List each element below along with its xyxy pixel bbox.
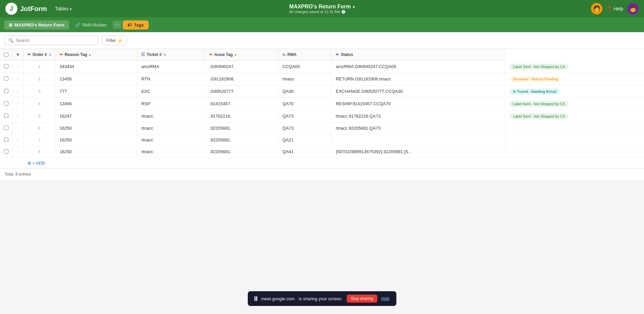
row-rma: rtnacc.92205681.QA73: [331, 122, 505, 134]
logo: J JotForm: [5, 3, 47, 15]
row-checkbox-cell[interactable]: [0, 110, 13, 122]
row-rma: RETURN.G91162908.rtnacc: [331, 73, 505, 85]
tab-tags[interactable]: 🏷 Tags: [123, 20, 148, 29]
row-star-cell[interactable]: ☆: [13, 73, 23, 85]
form-title: MAXPRO's Return Form: [289, 4, 355, 10]
row-reason: rtnacc: [137, 122, 205, 134]
tab-tags-label: Tags: [134, 22, 144, 27]
data-table-container: ▾ ✏ Order # ⇅ ✏ Reason Tag ●: [0, 49, 644, 168]
row-ticket: .92205681.: [205, 134, 278, 146]
col-header-rma[interactable]: fx RMA: [278, 49, 332, 61]
row-checkbox-cell[interactable]: [0, 146, 13, 158]
row-checkbox[interactable]: [4, 114, 8, 118]
row-ticket: .G91162908.: [205, 73, 278, 85]
filter-label: Filter: [106, 38, 116, 43]
row-star-cell[interactable]: ☆: [13, 146, 23, 158]
status-badge: Label Sent - Not Shipped by CX: [509, 101, 569, 107]
clock-icon: 🕐: [341, 10, 346, 14]
link-icon: 🔗: [75, 22, 80, 27]
row-status: In Transit - Awaiting Arrival: [505, 85, 644, 98]
col-header-order[interactable]: ✏ Order # ⇅: [23, 49, 56, 61]
search-icon: 🔍: [8, 38, 14, 43]
data-table: ▾ ✏ Order # ⇅ ✏ Reason Tag ●: [0, 49, 644, 168]
add-row-button[interactable]: ⊕ + ADD: [28, 161, 45, 166]
row-star-cell[interactable]: ☆: [13, 134, 23, 146]
row-checkbox[interactable]: [4, 89, 8, 93]
table-row: ☆ 5 16247 rtnacc .91782216. QA73 rtnacc.…: [0, 110, 644, 122]
row-checkbox[interactable]: [4, 137, 8, 142]
table-row: ☆ 4 13456 RSP .91415457. QA70 RESHIP.914…: [0, 98, 644, 110]
row-star-cell[interactable]: ☆: [13, 110, 23, 122]
row-order: 16250: [55, 134, 137, 146]
row-checkbox-cell[interactable]: [0, 73, 13, 85]
row-checkbox[interactable]: [4, 101, 8, 106]
row-star-cell[interactable]: ☆: [13, 122, 23, 134]
search-input[interactable]: [16, 38, 95, 43]
row-order: 343434: [55, 61, 137, 73]
row-rma: RESHIP.91415457.CCQA70: [331, 98, 505, 110]
tab-return-form[interactable]: ⊞ MAXPRO's Return Form: [4, 20, 69, 29]
issue-col-icon: ✏: [209, 52, 213, 57]
row-rma: EXCHANGE.G90520777.CCQA30: [331, 85, 505, 98]
row-issue: QA30: [278, 85, 332, 98]
row-status: Received - Refund Pending: [505, 73, 644, 85]
row-checkbox[interactable]: [4, 149, 8, 153]
row-checkbox-cell[interactable]: [0, 61, 13, 73]
search-box[interactable]: 🔍: [5, 36, 99, 45]
tab-rma-builder[interactable]: 🔗 RMA Builder: [70, 20, 111, 29]
nav-right: 🧑 ❓ Help 🧒: [591, 3, 639, 14]
row-order: 13456: [55, 98, 137, 110]
col-header-reason[interactable]: ✏ Reason Tag ●: [55, 49, 137, 61]
row-checkbox[interactable]: [4, 64, 8, 68]
tables-menu-button[interactable]: Tables: [52, 5, 74, 13]
select-all-checkbox[interactable]: [4, 53, 8, 57]
avatar-user[interactable]: 🧑: [591, 3, 602, 14]
row-status: Label Sent - Not Shipped by CX: [505, 110, 644, 122]
top-navbar: J JotForm Tables MAXPRO's Return Form Al…: [0, 0, 644, 17]
filter-icon: ⚡: [117, 38, 123, 43]
order-col-icon: ✏: [28, 52, 31, 57]
row-ticket: .92205681.: [205, 122, 278, 134]
form-title-area: MAXPRO's Return Form All changes saved a…: [289, 4, 355, 14]
tab-more-button[interactable]: ⋯: [113, 21, 121, 29]
col-header-ticket[interactable]: ☰ Ticket # ⇅: [137, 49, 205, 61]
row-order: 16250: [55, 146, 137, 158]
form-title-chevron-icon[interactable]: [353, 4, 355, 10]
row-rma: amzRMA.G90940247.CCQA05: [331, 61, 505, 73]
row-ticket: .G90940247.: [205, 61, 278, 73]
row-star-cell[interactable]: ☆: [13, 61, 23, 73]
status-col-icon: ✏: [336, 52, 339, 57]
row-issue: QA73: [278, 110, 332, 122]
row-checkbox-cell[interactable]: [0, 98, 13, 110]
tab-return-form-label: MAXPRO's Return Form: [14, 22, 64, 27]
checkbox-header[interactable]: [0, 49, 13, 61]
issue-tag-indicator: ●: [234, 53, 236, 57]
row-star-cell[interactable]: ☆: [13, 85, 23, 98]
row-number: 7: [23, 134, 56, 146]
row-checkbox[interactable]: [4, 126, 8, 130]
col-header-status[interactable]: ✏ Status: [331, 49, 505, 61]
filter-button[interactable]: Filter ⚡: [102, 36, 127, 45]
avatar-account[interactable]: 🧒: [627, 3, 639, 14]
row-ticket: .91415457.: [205, 98, 278, 110]
row-ticket: .G90520777.: [205, 85, 278, 98]
row-checkbox[interactable]: [4, 76, 8, 81]
row-order: 13456: [55, 73, 137, 85]
row-order: 16247: [55, 110, 137, 122]
row-checkbox-cell[interactable]: [0, 85, 13, 98]
help-button[interactable]: ❓ Help: [606, 6, 623, 11]
status-badge: In Transit - Awaiting Arrival: [509, 88, 559, 95]
row-number: 4: [23, 98, 56, 110]
status-badge: Label Sent - Not Shipped by CX: [509, 113, 569, 119]
row-checkbox-cell[interactable]: [0, 122, 13, 134]
row-rma: rtnacc.91782216.QA73: [331, 110, 505, 122]
col-header-issue[interactable]: ✏ Issue Tag ●: [205, 49, 278, 61]
help-icon: ❓: [606, 6, 612, 11]
row-star-cell[interactable]: ☆: [13, 98, 23, 110]
row-status: [505, 134, 644, 146]
sort-header[interactable]: ▾: [13, 49, 23, 61]
row-checkbox-cell[interactable]: [0, 134, 13, 146]
order-sort-icon: ⇅: [49, 53, 51, 57]
table-row: ☆ 7 16250 rtnacc .92205681. QA21: [0, 134, 644, 146]
toolbar: 🔍 Filter ⚡: [0, 32, 644, 49]
